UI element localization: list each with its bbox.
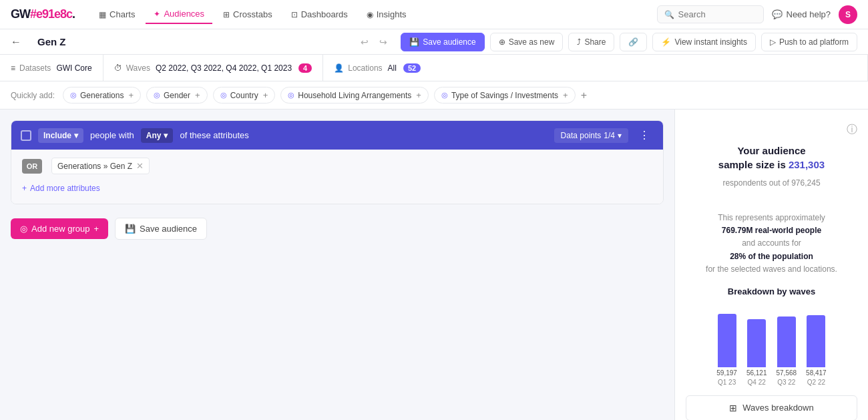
bar-column: 58,417Q2 22 — [806, 315, 827, 386]
gender-plus-icon: + — [195, 90, 200, 100]
data-points-label: Data points — [561, 131, 602, 140]
save-audience-button[interactable]: 💾 Save audience — [401, 33, 484, 51]
waves-breakdown-icon: ⊞ — [729, 403, 737, 413]
bar-rect — [807, 315, 825, 367]
bar-value: 56,121 — [746, 369, 767, 377]
bar-column: 59,197Q1 23 — [716, 314, 737, 386]
locations-badge: 52 — [403, 63, 421, 73]
bar-column: 57,568Q3 22 — [777, 317, 797, 386]
action-buttons: 💾 Save audience ⊕ Save as new ⤴ Share 🔗 … — [401, 33, 857, 51]
generations-plus-icon: + — [128, 90, 134, 100]
save-as-new-button[interactable]: ⊕ Save as new — [490, 33, 564, 51]
info-icon[interactable]: ⓘ — [847, 123, 857, 137]
main-content: Include ▾ people with Any ▾ of these att… — [0, 110, 868, 420]
add-group-plus-icon: + — [93, 224, 99, 234]
need-help-button[interactable]: 💬 Need help? — [772, 9, 831, 19]
search-input[interactable] — [678, 9, 745, 19]
data-points-button[interactable]: Data points 1/4 ▾ — [554, 128, 628, 143]
search-icon: 🔍 — [664, 10, 674, 19]
savings-plus-icon: + — [563, 90, 568, 100]
waves-icon: ⏱ — [114, 63, 122, 73]
avatar[interactable]: S — [839, 5, 857, 24]
crosstabs-icon: ⊞ — [223, 10, 230, 19]
bar-value: 58,417 — [806, 369, 827, 377]
gender-chip-icon: ◎ — [154, 91, 160, 99]
bar-rect — [747, 319, 766, 367]
save-icon: 💾 — [409, 37, 419, 47]
bar-label: Q2 22 — [807, 379, 825, 386]
page-title: Gen Z — [37, 36, 347, 47]
quick-add-gender[interactable]: ◎ Gender + — [146, 87, 208, 103]
save-audience-bottom-button[interactable]: 💾 Save audience — [115, 218, 207, 240]
filter-checkbox[interactable] — [21, 130, 31, 141]
top-nav: GW#e91e8c. ▦ Charts ✦ Audiences ⊞ Crosst… — [0, 0, 868, 29]
view-instant-insights-button[interactable]: ⚡ View instant insights — [652, 33, 756, 51]
nav-charts[interactable]: ▦ Charts — [91, 5, 143, 23]
attributes-text: of these attributes — [180, 130, 547, 140]
add-more-attributes[interactable]: + Add more attributes — [22, 181, 652, 196]
quick-add-country[interactable]: ◎ Country + — [213, 87, 276, 103]
share-button[interactable]: ⤴ Share — [568, 33, 614, 51]
filter-group: Include ▾ people with Any ▾ of these att… — [11, 120, 664, 204]
bar-label: Q4 22 — [748, 379, 766, 386]
generation-tag: Generations » Gen Z ✕ — [51, 158, 150, 174]
waves-badge: 4 — [298, 63, 312, 73]
country-plus-icon: + — [263, 90, 268, 100]
share-icon: ⤴ — [577, 37, 581, 47]
or-badge: OR — [22, 159, 42, 174]
waves-item[interactable]: ⏱ Waves Q2 2022, Q3 2022, Q4 2022, Q1 20… — [103, 55, 324, 81]
audience-number: 231,303 — [789, 159, 825, 170]
locations-icon: 👤 — [334, 63, 344, 73]
bar-value: 57,568 — [777, 369, 797, 377]
include-chevron-icon: ▾ — [74, 131, 78, 140]
dashboards-icon: ⊡ — [291, 10, 298, 19]
nav-right: 🔍 💬 Need help? S — [657, 5, 858, 24]
quick-add-generations[interactable]: ◎ Generations + — [63, 87, 141, 103]
undo-redo-group: ↩ ↪ — [358, 34, 390, 50]
logo: GW#e91e8c. — [11, 7, 75, 21]
nav-dashboards[interactable]: ⊡ Dashboards — [283, 5, 356, 23]
datasets-item[interactable]: ≡ Datasets GWI Core — [0, 55, 103, 81]
any-chevron-icon: ▾ — [164, 131, 168, 140]
people-with-text: people with — [90, 130, 134, 140]
quick-add-bar: Quickly add: ◎ Generations + ◎ Gender + … — [0, 81, 868, 110]
datasets-bar: ≡ Datasets GWI Core ⏱ Waves Q2 2022, Q3 … — [0, 55, 868, 81]
any-dropdown[interactable]: Any ▾ — [141, 128, 174, 143]
breakdown-title: Breakdown by waves — [686, 286, 857, 296]
charts-icon: ▦ — [99, 10, 106, 19]
respondents-text: respondents out of 976,245 — [686, 178, 857, 188]
nav-insights[interactable]: ◉ Insights — [359, 5, 415, 23]
bar-label: Q3 22 — [777, 379, 795, 386]
link-button[interactable]: 🔗 — [620, 33, 647, 51]
locations-item[interactable]: 👤 Locations All 52 — [323, 55, 868, 81]
insights-icon: ◉ — [367, 10, 373, 19]
datasets-icon: ≡ — [11, 63, 15, 73]
right-panel: ⓘ Your audience sample size is 231,303 r… — [674, 110, 868, 420]
push-to-ad-button[interactable]: ▷ Push to ad platform — [761, 33, 857, 51]
filter-body: OR Generations » Gen Z ✕ + Add more attr… — [11, 150, 663, 204]
more-chips-button[interactable]: + — [581, 89, 587, 101]
sub-nav: ← Gen Z ↩ ↪ 💾 Save audience ⊕ Save as ne… — [0, 29, 868, 55]
include-dropdown[interactable]: Include ▾ — [38, 128, 83, 143]
add-new-group-button[interactable]: ◎ Add new group + — [11, 218, 108, 239]
add-group-row: ◎ Add new group + 💾 Save audience — [11, 212, 664, 245]
back-button[interactable]: ← — [11, 36, 21, 48]
search-box[interactable]: 🔍 — [657, 5, 764, 23]
quick-add-household[interactable]: ◎ Household Living Arrangements + — [280, 87, 429, 103]
filter-menu-button[interactable]: ⋮ — [635, 128, 654, 143]
tag-close-icon[interactable]: ✕ — [136, 161, 144, 171]
push-icon: ▷ — [770, 37, 776, 47]
nav-audiences[interactable]: ✦ Audiences — [146, 5, 212, 24]
savings-chip-icon: ◎ — [441, 91, 448, 99]
waves-breakdown-button[interactable]: ⊞ Waves breakdown — [686, 395, 857, 420]
undo-button[interactable]: ↩ — [358, 34, 371, 50]
data-points-value: 1/4 — [604, 131, 615, 140]
redo-button[interactable]: ↪ — [377, 34, 390, 50]
bar-column: 56,121Q4 22 — [746, 319, 767, 386]
breakdown-chart: 59,197Q1 2356,121Q4 2257,568Q3 2258,417Q… — [686, 307, 857, 389]
generations-chip-icon: ◎ — [70, 91, 77, 99]
left-panel: Include ▾ people with Any ▾ of these att… — [0, 110, 674, 420]
quick-add-savings[interactable]: ◎ Type of Savings / Investments + — [434, 87, 576, 103]
household-plus-icon: + — [416, 90, 421, 100]
nav-crosstabs[interactable]: ⊞ Crosstabs — [215, 5, 280, 23]
